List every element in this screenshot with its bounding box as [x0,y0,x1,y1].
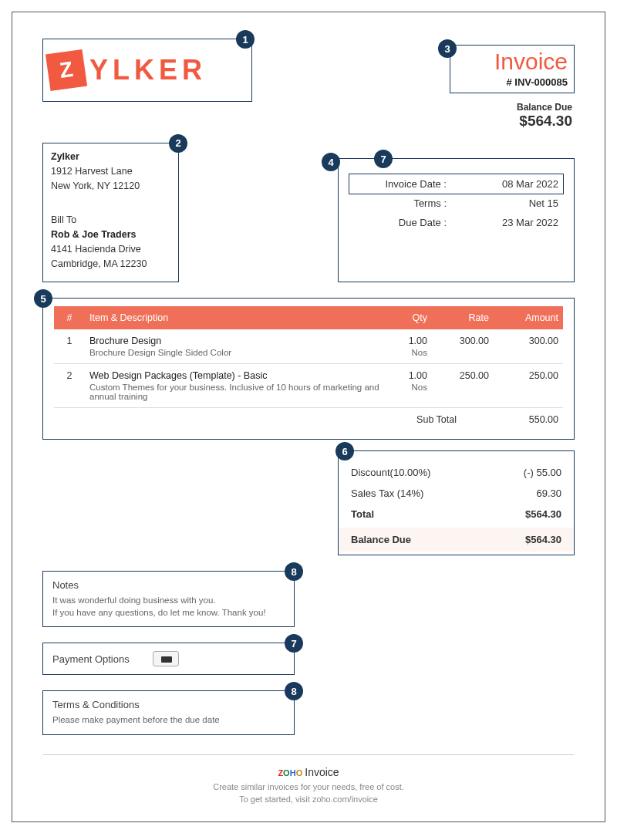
footer-line2: To get started, visit zoho.com/invoice [43,793,574,806]
col-qty: Qty [386,306,432,329]
invoice-title: Invoice [457,49,568,75]
invoice-header-box: 3 Invoice # INV-000085 [450,46,574,93]
totals-box: 6 Discount(10.00%)(-) 55.00 Sales Tax (1… [339,451,574,555]
annotation-badge-4: 4 [322,153,340,171]
tax-value: 69.30 [536,487,561,499]
terms-box: 8 Terms & Conditions Please make payment… [43,691,294,734]
items-table-box: 5 # Item & Description Qty Rate Amount 1… [43,299,574,439]
terms-body: Please make payment before the due date [52,713,285,726]
row-num: 2 [54,364,85,408]
annotation-badge-8a: 8 [285,562,303,581]
col-amount: Amount [494,306,563,329]
from-line1: 1912 Harvest Lane [51,164,170,179]
col-number: # [54,306,85,329]
subtotal-row: Sub Total 550.00 [54,408,563,432]
logo-text: YLKER [89,54,207,86]
invoice-number: # INV-000085 [457,76,568,88]
annotation-badge-1: 1 [236,30,255,49]
from-company: Zylker [51,150,170,164]
logo-box: 1 Z YLKER [43,39,251,101]
terms-label: Terms : [354,197,447,209]
invoice-date-row: 4 Invoice Date : 08 Mar 2022 [349,174,563,194]
notes-line2: If you have any questions, do let me kno… [52,606,285,619]
notes-title: Notes [52,579,285,591]
item-rate: 250.00 [432,364,494,408]
col-item: Item & Description [85,306,386,329]
invoice-date-value: 08 Mar 2022 [466,178,558,190]
item-rate: 300.00 [432,329,494,364]
discount-value: (-) 55.00 [524,467,561,478]
item-name: Brochure Design [89,336,381,346]
item-desc: Custom Themes for your business. Inclusi… [89,383,381,401]
due-date-value: 23 Mar 2022 [466,217,558,228]
due-date-label: Due Date : [354,217,447,228]
balance-due-label: Balance Due [450,102,572,113]
annotation-badge-8b: 8 [285,682,303,700]
bill-to-label: Bill To [51,213,170,228]
terms-row: Terms : Net 15 [349,194,563,213]
item-amount: 250.00 [494,364,563,408]
item-desc: Brochure Design Single Sided Color [89,348,381,357]
annotation-badge-7a: 7 [374,150,393,168]
row-num: 1 [54,329,85,364]
terms-title: Terms & Conditions [52,699,285,710]
item-qty: 1.00 [390,336,427,346]
annotation-badge-3: 3 [438,39,457,58]
payment-title: Payment Options [52,653,130,665]
dates-box: 7 4 Invoice Date : 08 Mar 2022 Terms : N… [339,159,574,282]
balance-label: Balance Due [351,534,411,545]
footer-line1: Create similar invoices for your needs, … [43,781,574,794]
notes-box: 8 Notes It was wonderful doing business … [43,572,294,626]
invoice-page: 1 Z YLKER 3 Invoice # INV-000085 Balance… [12,12,605,822]
item-unit: Nos [390,383,427,392]
bill-to-line2: Cambridge, MA 12230 [51,257,170,272]
balance-due-block: Balance Due $564.30 [450,102,572,130]
annotation-badge-2: 2 [169,134,187,153]
item-qty: 1.00 [390,370,427,381]
footer-divider [43,754,574,755]
balance-value: $564.30 [525,534,561,545]
subtotal-label: Sub Total [54,408,494,432]
item-unit: Nos [390,348,427,357]
invoice-date-label: Invoice Date : [354,178,447,190]
total-label: Total [351,508,374,520]
tax-label: Sales Tax (14%) [351,487,423,499]
bill-to-company: Rob & Joe Traders [51,228,170,242]
annotation-badge-7b: 7 [285,634,303,653]
items-table: # Item & Description Qty Rate Amount 1 B… [54,306,563,431]
annotation-badge-5: 5 [34,289,52,308]
payment-options-box: 7 Payment Options [43,643,294,674]
balance-due-amount: $564.30 [450,113,572,130]
terms-value: Net 15 [466,197,558,209]
address-box: 2 Zylker 1912 Harvest Lane New York, NY … [43,143,178,282]
table-row: 1 Brochure Design Brochure Design Single… [54,329,563,364]
table-row: 2 Web Design Packages (Template) - Basic… [54,364,563,408]
discount-label: Discount(10.00%) [351,467,430,478]
total-value: $564.30 [525,508,561,520]
from-line2: New York, NY 12120 [51,179,170,194]
credit-card-icon [153,651,179,666]
item-name: Web Design Packages (Template) - Basic [89,370,381,381]
bill-to-line1: 4141 Hacienda Drive [51,242,170,257]
footer: ZOHO Invoice Create similar invoices for… [43,764,574,806]
logo-mark: Z [46,49,87,91]
col-rate: Rate [432,306,494,329]
notes-line1: It was wonderful doing business with you… [52,594,285,606]
zoho-logo: ZOHO [278,768,302,778]
annotation-badge-6: 6 [335,442,354,460]
item-amount: 300.00 [494,329,563,364]
footer-brand-word: Invoice [305,766,339,778]
subtotal-value: 550.00 [494,408,563,432]
due-date-row: Due Date : 23 Mar 2022 [349,213,563,232]
